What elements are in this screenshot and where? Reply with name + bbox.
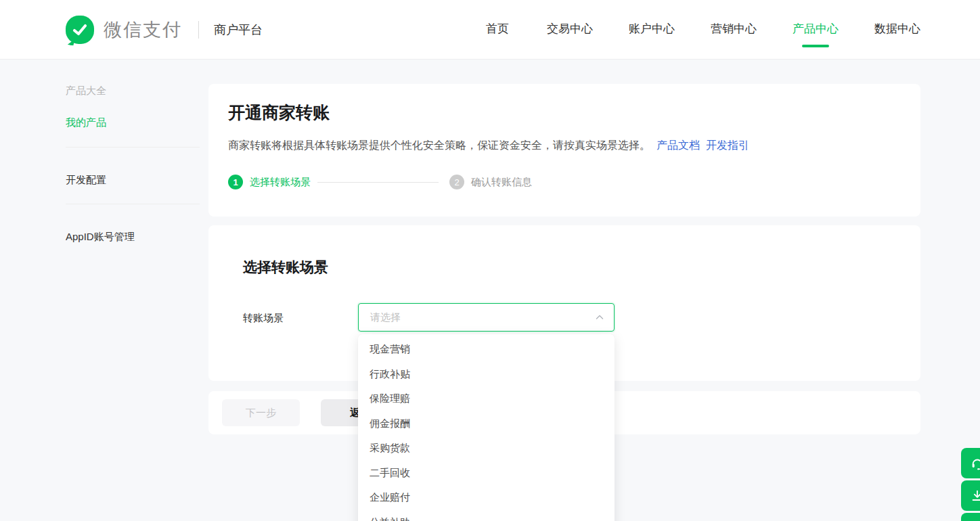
product-doc-link[interactable]: 产品文档 bbox=[656, 139, 700, 151]
floating-action-rail bbox=[961, 448, 980, 521]
nav-item-account-center[interactable]: 账户中心 bbox=[629, 21, 675, 47]
sidebar-item-product-catalog[interactable]: 产品大全 bbox=[66, 85, 106, 97]
top-nav: 首页 交易中心 账户中心 营销中心 产品中心 数据中心 bbox=[484, 12, 920, 47]
transfer-scene-dropdown: 现金营销 行政补贴 保险理赔 佣金报酬 采购货款 二手回收 企业赔付 公益补助 bbox=[358, 334, 615, 521]
next-step-button[interactable]: 下一步 bbox=[222, 399, 300, 426]
sidebar-divider bbox=[66, 147, 200, 148]
dropdown-option-secondhand[interactable]: 二手回收 bbox=[358, 461, 615, 486]
nav-item-trade-center[interactable]: 交易中心 bbox=[547, 21, 593, 47]
sidebar-item-my-products[interactable]: 我的产品 bbox=[66, 116, 106, 129]
sidebar-item-dev-config[interactable]: 开发配置 bbox=[66, 174, 106, 187]
select-placeholder: 请选择 bbox=[370, 311, 595, 324]
intro-description: 商家转账将根据具体转账场景提供个性化安全策略，保证资金安全，请按真实场景选择。 bbox=[228, 139, 650, 151]
headset-icon bbox=[970, 456, 980, 471]
survey-feedback-button[interactable] bbox=[961, 513, 980, 521]
step-1-label: 选择转账场景 bbox=[250, 176, 311, 189]
step-2: 2 确认转账信息 bbox=[449, 175, 532, 189]
chevron-up-icon bbox=[595, 313, 604, 322]
nav-item-product-center[interactable]: 产品中心 bbox=[793, 21, 839, 47]
nav-item-home[interactable]: 首页 bbox=[484, 21, 511, 47]
customer-service-button[interactable] bbox=[961, 448, 980, 478]
dropdown-option-insurance-claim[interactable]: 保险理赔 bbox=[358, 386, 615, 411]
dropdown-option-cash-marketing[interactable]: 现金营销 bbox=[358, 337, 615, 362]
nav-item-data-center[interactable]: 数据中心 bbox=[874, 21, 920, 47]
step-1: 1 选择转账场景 bbox=[228, 175, 311, 189]
form-title: 选择转账场景 bbox=[243, 258, 886, 277]
logo-text: 微信支付 bbox=[104, 18, 182, 42]
step-connector-line bbox=[317, 182, 439, 183]
download-icon bbox=[970, 489, 980, 503]
dropdown-option-welfare-subsidy[interactable]: 公益补助 bbox=[358, 510, 615, 521]
step-1-circle: 1 bbox=[228, 175, 243, 189]
dropdown-option-admin-subsidy[interactable]: 行政补贴 bbox=[358, 362, 615, 387]
brand-divider bbox=[198, 21, 199, 39]
transfer-scene-label: 转账场景 bbox=[243, 312, 284, 325]
step-2-label: 确认转账信息 bbox=[471, 176, 532, 189]
dev-guide-link[interactable]: 开发指引 bbox=[706, 139, 749, 151]
sidebar-item-appid-management[interactable]: AppID账号管理 bbox=[66, 231, 135, 244]
download-button[interactable] bbox=[961, 480, 980, 511]
intro-description-row: 商家转账将根据具体转账场景提供个性化安全策略，保证资金安全，请按真实场景选择。产… bbox=[228, 139, 901, 153]
intro-card: 开通商家转账 商家转账将根据具体转账场景提供个性化安全策略，保证资金安全，请按真… bbox=[208, 84, 920, 217]
dropdown-option-procurement[interactable]: 采购货款 bbox=[358, 436, 615, 461]
dropdown-option-commission[interactable]: 佣金报酬 bbox=[358, 411, 615, 436]
step-2-circle: 2 bbox=[449, 175, 464, 189]
transfer-scene-select[interactable]: 请选择 bbox=[358, 303, 615, 332]
nav-item-marketing-center[interactable]: 营销中心 bbox=[711, 21, 757, 47]
dropdown-option-enterprise-compensation[interactable]: 企业赔付 bbox=[358, 485, 615, 510]
top-header: 微信支付 商户平台 首页 交易中心 账户中心 营销中心 产品中心 数据中心 bbox=[0, 0, 980, 60]
brand[interactable]: 微信支付 商户平台 bbox=[66, 16, 263, 44]
sidebar-divider bbox=[66, 204, 200, 204]
portal-label: 商户平台 bbox=[214, 22, 263, 38]
page-title: 开通商家转账 bbox=[228, 101, 901, 124]
wechat-pay-logo-icon bbox=[66, 16, 94, 44]
active-nav-underline bbox=[802, 45, 829, 47]
steps-indicator: 1 选择转账场景 2 确认转账信息 bbox=[228, 175, 901, 189]
